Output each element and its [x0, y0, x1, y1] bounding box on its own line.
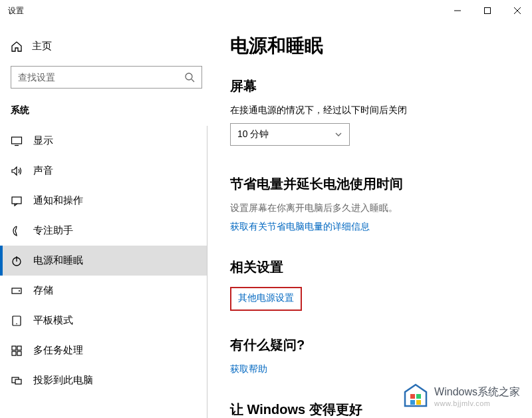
screen-timeout-dropdown[interactable]: 10 分钟 [230, 123, 350, 146]
question-heading: 有什么疑问? [230, 336, 519, 354]
svg-rect-22 [416, 394, 421, 399]
svg-rect-18 [17, 351, 21, 355]
section-title: 系统 [0, 101, 213, 126]
watermark-text: Windows系统之家 [434, 385, 520, 399]
svg-rect-6 [12, 137, 22, 144]
power-icon [11, 255, 23, 267]
nav-list: 显示 声音 通知和操作 专注助手 电源和睡眠 存储 [0, 126, 207, 418]
screen-desc: 在接通电源的情况下，经过以下时间后关闭 [230, 104, 519, 116]
save-desc: 设置屏幕在你离开电脑后多久进入睡眠。 [230, 202, 519, 214]
svg-point-12 [19, 290, 20, 292]
nav-display[interactable]: 显示 [0, 126, 207, 156]
svg-rect-17 [12, 351, 16, 355]
nav-label: 通知和操作 [33, 194, 83, 207]
screen-heading: 屏幕 [230, 77, 519, 95]
nav-label: 电源和睡眠 [33, 254, 83, 267]
highlight-box: 其他电源设置 [230, 287, 302, 311]
home-icon [11, 41, 23, 53]
display-icon [11, 135, 23, 147]
close-button[interactable] [502, 0, 532, 21]
watermark-url: www.bjjmlv.com [434, 399, 520, 407]
save-link[interactable]: 获取有关节省电脑电量的详细信息 [230, 221, 519, 233]
save-heading: 节省电量并延长电池使用时间 [230, 175, 519, 193]
sidebar: 主页 系统 显示 声音 通知和操作 [0, 21, 213, 418]
nav-tablet[interactable]: 平板模式 [0, 306, 207, 335]
minimize-icon [454, 7, 461, 14]
content: 电源和睡眠 屏幕 在接通电源的情况下，经过以下时间后关闭 10 分钟 节省电量并… [213, 21, 532, 418]
svg-rect-20 [15, 379, 21, 384]
sound-icon [11, 165, 23, 177]
home-nav[interactable]: 主页 [0, 35, 213, 58]
maximize-icon [484, 7, 491, 14]
maximize-button[interactable] [472, 0, 502, 21]
nav-label: 平板模式 [33, 314, 73, 327]
svg-rect-23 [410, 400, 415, 405]
nav-focus[interactable]: 专注助手 [0, 216, 207, 246]
search-box[interactable] [11, 66, 202, 89]
focus-icon [11, 225, 23, 237]
related-heading: 相关设置 [230, 258, 519, 276]
nav-label: 声音 [33, 164, 53, 177]
search-input[interactable] [18, 72, 178, 83]
watermark: Windows系统之家 www.bjjmlv.com [402, 383, 520, 409]
page-title: 电源和睡眠 [230, 33, 519, 59]
nav-label: 专注助手 [33, 224, 73, 237]
nav-storage[interactable]: 存储 [0, 276, 207, 306]
tablet-icon [11, 315, 23, 327]
dropdown-value: 10 分钟 [237, 128, 269, 140]
nav-label: 显示 [33, 134, 53, 147]
svg-rect-24 [416, 400, 421, 405]
svg-point-14 [16, 323, 17, 324]
nav-power[interactable]: 电源和睡眠 [0, 246, 207, 276]
svg-line-5 [192, 79, 194, 82]
minimize-button[interactable] [442, 0, 472, 21]
svg-rect-21 [410, 394, 415, 399]
nav-sound[interactable]: 声音 [0, 156, 207, 186]
help-link[interactable]: 获取帮助 [230, 363, 519, 375]
svg-rect-8 [12, 197, 21, 204]
nav-label: 存储 [33, 284, 53, 297]
close-icon [514, 7, 521, 14]
nav-label: 多任务处理 [33, 344, 83, 357]
svg-rect-16 [17, 346, 21, 350]
search-icon [184, 72, 195, 83]
nav-label: 投影到此电脑 [33, 374, 93, 387]
svg-rect-1 [484, 8, 490, 14]
home-label: 主页 [32, 40, 52, 53]
storage-icon [11, 285, 23, 297]
chevron-down-icon [334, 130, 342, 138]
project-icon [11, 375, 23, 387]
notifications-icon [11, 195, 23, 207]
nav-project[interactable]: 投影到此电脑 [0, 365, 207, 395]
multitask-icon [11, 345, 23, 357]
nav-multitask[interactable]: 多任务处理 [0, 335, 207, 365]
svg-point-4 [186, 73, 192, 80]
svg-rect-15 [12, 346, 16, 350]
window-title: 设置 [0, 5, 24, 17]
watermark-icon [402, 383, 429, 409]
related-link[interactable]: 其他电源设置 [238, 292, 294, 304]
nav-notifications[interactable]: 通知和操作 [0, 186, 207, 216]
